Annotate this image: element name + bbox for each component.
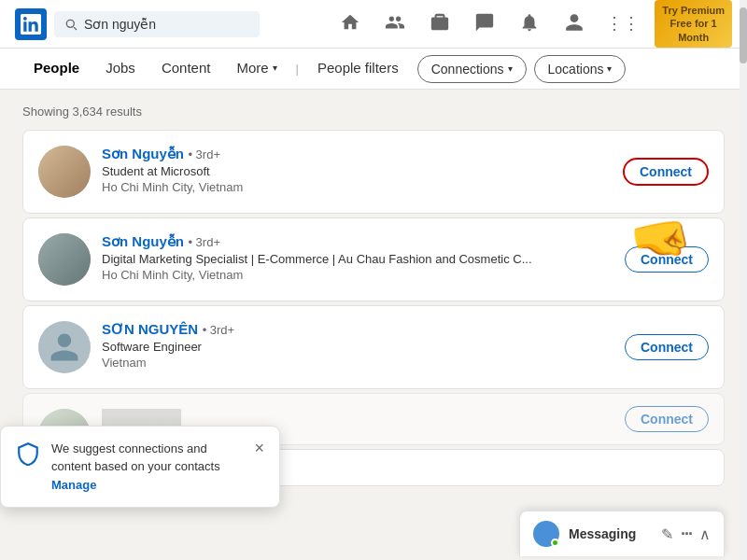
nav-messaging[interactable] xyxy=(464,8,505,38)
connect-button-3[interactable]: Connect xyxy=(625,334,709,360)
connect-button-4[interactable]: Connect xyxy=(625,406,709,432)
locations-arrow-icon: ▾ xyxy=(607,63,612,74)
connections-filter[interactable]: Connections ▾ xyxy=(417,55,527,83)
messaging-label: Messaging xyxy=(569,526,652,541)
person-degree-3: • 3rd+ xyxy=(203,323,235,337)
suggestion-close-button[interactable]: × xyxy=(254,440,264,456)
connect-button-2[interactable]: Connect xyxy=(625,246,709,273)
avatar-1 xyxy=(38,146,91,198)
person-degree-2: • 3rd+ xyxy=(188,235,220,249)
person-info-3: SƠN NGUYÊN • 3rd+ Software Engineer Viet… xyxy=(102,321,613,370)
nav-notifications[interactable] xyxy=(509,8,550,38)
person-title-3: Software Engineer xyxy=(102,340,613,354)
person-info-2: Sơn Nguyễn • 3rd+ Digital Marketing Spec… xyxy=(102,233,613,282)
messaging-avatar xyxy=(533,521,559,547)
nav-grid[interactable]: ⋮⋮ xyxy=(599,9,647,37)
person-info-4: ████████ xyxy=(102,409,613,426)
subnav: People Jobs Content More ▾ | People filt… xyxy=(0,49,747,90)
nav-profile[interactable] xyxy=(554,8,595,38)
chevron-up-icon[interactable]: ∧ xyxy=(699,525,711,543)
main-content: Showing 3,634 results Sơn Nguyễn • 3rd+ … xyxy=(0,90,747,556)
more-options-icon[interactable]: ··· xyxy=(681,525,692,544)
nav-home[interactable] xyxy=(330,8,371,38)
connect-button-1[interactable]: Connect xyxy=(623,158,709,186)
subnav-content[interactable]: Content xyxy=(150,49,222,90)
more-arrow-icon: ▾ xyxy=(273,63,277,73)
results-count: Showing 3,634 results xyxy=(22,105,725,119)
search-input[interactable]: Sơn nguyễn xyxy=(84,17,243,32)
person-degree-1: • 3rd+ xyxy=(188,147,220,161)
person-title-1: Student at Microsoft xyxy=(102,164,612,178)
subnav-people[interactable]: People xyxy=(22,49,91,90)
scrollbar[interactable] xyxy=(740,0,747,560)
person-name-4: ████████ xyxy=(102,409,181,425)
person-info-1: Sơn Nguyễn • 3rd+ Student at Microsoft H… xyxy=(102,146,612,194)
person-title-2: Digital Marketing Specialist | E-Commerc… xyxy=(102,252,613,266)
person-card-2: Sơn Nguyễn • 3rd+ Digital Marketing Spec… xyxy=(22,217,725,301)
subnav-separator: | xyxy=(296,62,299,76)
compose-icon[interactable]: ✎ xyxy=(661,525,673,543)
locations-filter[interactable]: Locations ▾ xyxy=(534,55,627,83)
person-location-1: Ho Chi Minh City, Vietnam xyxy=(102,180,612,194)
person-card-3: SƠN NGUYÊN • 3rd+ Software Engineer Viet… xyxy=(22,305,725,389)
person-location-3: Vietnam xyxy=(102,356,613,370)
search-icon xyxy=(63,17,78,32)
manage-link[interactable]: Manage xyxy=(51,478,96,492)
nav-icons: ⋮⋮ Try Premium Free for 1 Month xyxy=(330,0,732,48)
header: Sơn nguyễn ⋮⋮ Try Premium Free for 1 Mon… xyxy=(0,0,747,49)
person-name-1[interactable]: Sơn Nguyễn xyxy=(102,146,184,161)
person-location-2: Ho Chi Minh City, Vietnam xyxy=(102,268,613,282)
scrollbar-thumb[interactable] xyxy=(740,7,747,63)
person-card-1: Sơn Nguyễn • 3rd+ Student at Microsoft H… xyxy=(22,130,725,214)
suggestion-text: We suggest connections and content based… xyxy=(51,440,241,495)
messaging-bar[interactable]: Messaging ✎ ··· ∧ xyxy=(519,511,725,556)
suggestion-box: We suggest connections and content based… xyxy=(0,426,280,509)
messaging-actions: ✎ ··· ∧ xyxy=(661,525,711,544)
avatar-2 xyxy=(38,233,91,286)
search-bar[interactable]: Sơn nguyễn xyxy=(54,11,260,37)
person-name-3[interactable]: SƠN NGUYÊN xyxy=(102,321,198,337)
subnav-people-filters[interactable]: People filters xyxy=(306,49,410,90)
person-name-2[interactable]: Sơn Nguyễn xyxy=(102,233,184,249)
shield-icon xyxy=(16,441,42,468)
subnav-jobs[interactable]: Jobs xyxy=(94,49,147,90)
nav-network[interactable] xyxy=(374,8,416,38)
linkedin-logo[interactable] xyxy=(15,8,47,40)
online-status-dot xyxy=(551,539,559,547)
premium-badge[interactable]: Try Premium Free for 1 Month xyxy=(655,0,732,48)
subnav-more[interactable]: More ▾ xyxy=(225,49,288,90)
nav-jobs[interactable] xyxy=(419,8,460,38)
avatar-3 xyxy=(38,321,91,373)
connections-arrow-icon: ▾ xyxy=(508,63,513,74)
